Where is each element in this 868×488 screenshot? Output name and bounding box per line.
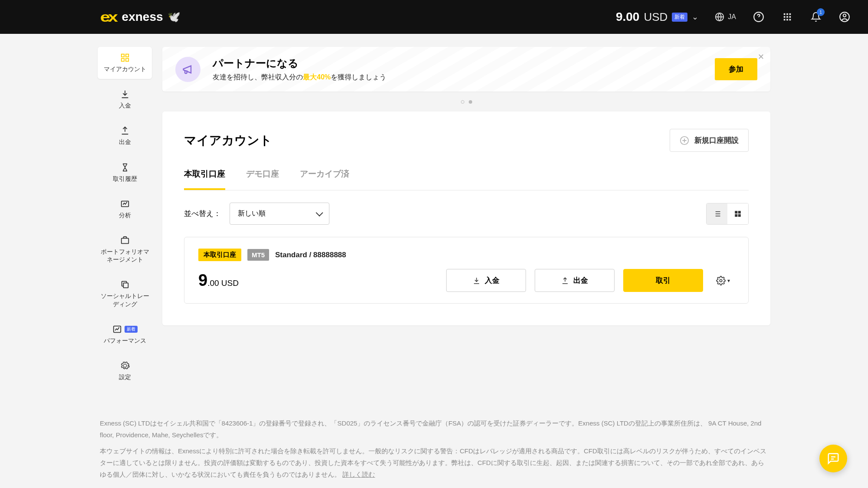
sidebar-item-deposit[interactable]: 入金 xyxy=(98,83,152,115)
brand-logo[interactable]: ex exness 🕊️ xyxy=(102,9,181,25)
svg-rect-14 xyxy=(125,54,128,57)
deposit-icon xyxy=(120,89,130,99)
svg-rect-25 xyxy=(738,214,741,216)
balance-amount: 9.00 xyxy=(616,10,640,24)
gear-icon xyxy=(716,276,726,285)
apps-button[interactable] xyxy=(781,11,793,23)
main-content: パートナーになる 友達を招待し、弊社収入分の最大40%を獲得しましょう 参加 ✕… xyxy=(162,47,770,325)
sidebar-item-withdraw[interactable]: 出金 xyxy=(98,120,152,152)
withdraw-icon xyxy=(561,277,569,285)
dove-icon: 🕊️ xyxy=(168,11,181,23)
gear-icon xyxy=(120,361,130,370)
sort-select[interactable]: 新しい順 xyxy=(230,203,329,225)
footer-legal-2: 本ウェブサイトの情報は、Exnessにより特別に許可された場合を除き転載を許可し… xyxy=(100,445,768,480)
svg-point-26 xyxy=(720,279,722,282)
sidebar-item-analytics[interactable]: 分析 xyxy=(98,193,152,225)
svg-rect-3 xyxy=(786,13,788,15)
svg-rect-24 xyxy=(735,214,737,216)
grid-icon xyxy=(734,210,742,218)
copy-icon xyxy=(120,280,130,289)
footer-legal-1: Exness (SC) LTDはセイシェル共和国で「8423606-1」の登録番… xyxy=(100,417,768,441)
performance-icon xyxy=(112,324,122,334)
new-badge: 新着 xyxy=(672,13,687,22)
read-more-link[interactable]: 詳しく読む xyxy=(342,471,375,478)
tab-archived[interactable]: アーカイブ済 xyxy=(300,168,349,190)
sort-value: 新しい順 xyxy=(238,210,266,217)
svg-rect-15 xyxy=(121,59,124,61)
briefcase-icon xyxy=(120,236,130,245)
sidebar-item-label: 設定 xyxy=(119,373,131,381)
caret-down-icon: ▾ xyxy=(727,278,730,284)
account-trade-button[interactable]: 取引 xyxy=(623,269,703,292)
svg-rect-5 xyxy=(784,16,786,18)
account-deposit-button[interactable]: 入金 xyxy=(446,269,526,292)
sidebar-item-label: 取引履歴 xyxy=(113,175,137,183)
sidebar-nav: マイアカウント 入金 出金 取引履歴 分析 ポートフォリオマネージメント ソーシ… xyxy=(98,47,152,387)
sidebar-item-label: 分析 xyxy=(119,211,131,219)
carousel-dot[interactable] xyxy=(461,100,464,104)
list-icon xyxy=(713,210,721,218)
megaphone-icon xyxy=(175,57,201,82)
tab-demo[interactable]: デモ口座 xyxy=(246,168,279,190)
account-row: 本取引口座 MT5 Standard / 88888888 9.00 USD 入… xyxy=(184,237,749,304)
sidebar-item-label: ポートフォリオマネージメント xyxy=(99,248,150,263)
sidebar-item-label: ソーシャルトレーディング xyxy=(99,292,150,308)
sidebar-item-social-trading[interactable]: ソーシャルトレーディング xyxy=(98,274,152,314)
help-button[interactable] xyxy=(753,11,765,23)
svg-rect-4 xyxy=(789,13,791,15)
sidebar-item-performance[interactable]: 新着 パフォーマンス xyxy=(98,318,152,350)
language-label: JA xyxy=(728,13,736,21)
join-button[interactable]: 参加 xyxy=(715,58,757,80)
dashboard-icon xyxy=(120,53,130,62)
tab-real[interactable]: 本取引口座 xyxy=(184,168,225,190)
app-header: ex exness 🕊️ 9.00 USD 新着 ⌄ JA 1 xyxy=(0,0,868,34)
logo-mark-icon: ex xyxy=(100,9,116,25)
sidebar-item-my-account[interactable]: マイアカウント xyxy=(98,47,152,79)
plus-circle-icon xyxy=(680,136,689,145)
balance-currency: USD xyxy=(644,10,667,24)
language-selector[interactable]: JA xyxy=(715,12,736,22)
grid-view-button[interactable] xyxy=(727,203,748,224)
new-account-button[interactable]: 新規口座開設 xyxy=(670,129,749,152)
chevron-down-icon: ⌄ xyxy=(692,12,698,22)
banner-title: パートナーになる xyxy=(213,56,703,70)
new-account-label: 新規口座開設 xyxy=(694,135,739,145)
sidebar-item-settings[interactable]: 設定 xyxy=(98,355,152,387)
partner-banner: パートナーになる 友達を招待し、弊社収入分の最大40%を獲得しましょう 参加 ✕ xyxy=(162,47,770,92)
chat-icon xyxy=(827,452,840,465)
account-tabs: 本取引口座 デモ口座 アーカイブ済 xyxy=(184,168,749,190)
list-view-button[interactable] xyxy=(707,203,727,224)
account-type-tag: 本取引口座 xyxy=(198,249,241,261)
account-name: Standard / 88888888 xyxy=(275,251,346,259)
sidebar-item-label: 入金 xyxy=(119,102,131,109)
chart-icon xyxy=(120,199,130,209)
user-icon xyxy=(839,11,850,23)
page-title: マイアカウント xyxy=(184,132,272,149)
chat-button[interactable] xyxy=(819,445,847,472)
svg-rect-13 xyxy=(121,54,124,57)
carousel-dot[interactable] xyxy=(469,100,472,104)
svg-rect-23 xyxy=(738,211,741,213)
svg-rect-22 xyxy=(735,211,737,213)
svg-rect-18 xyxy=(121,238,128,243)
balance-display[interactable]: 9.00 USD 新着 ⌄ xyxy=(616,10,698,24)
deposit-icon xyxy=(473,277,480,285)
svg-rect-16 xyxy=(125,59,128,61)
close-icon[interactable]: ✕ xyxy=(758,52,764,62)
page-footer: Exness (SC) LTDはセイシェル共和国で「8423606-1」の登録番… xyxy=(0,404,868,488)
svg-rect-9 xyxy=(786,19,788,21)
notifications-button[interactable]: 1 xyxy=(810,11,822,23)
svg-rect-8 xyxy=(784,19,786,21)
platform-tag: MT5 xyxy=(247,249,269,261)
sidebar-item-label: マイアカウント xyxy=(104,65,146,73)
withdraw-icon xyxy=(120,126,130,135)
svg-rect-6 xyxy=(786,16,788,18)
globe-icon xyxy=(715,12,724,22)
profile-button[interactable] xyxy=(838,11,851,23)
svg-rect-7 xyxy=(789,16,791,18)
account-settings-button[interactable]: ▾ xyxy=(712,276,734,285)
sidebar-item-transaction-history[interactable]: 取引履歴 xyxy=(98,157,152,189)
sidebar-item-portfolio-management[interactable]: ポートフォリオマネージメント xyxy=(98,229,152,269)
sidebar-item-label: 出金 xyxy=(119,138,131,146)
account-withdraw-button[interactable]: 出金 xyxy=(535,269,615,292)
